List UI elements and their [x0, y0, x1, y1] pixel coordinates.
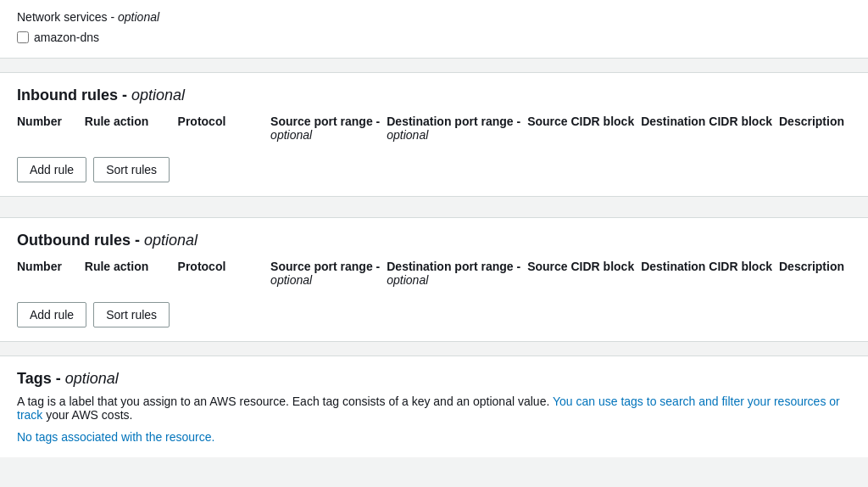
divider-1 — [0, 59, 868, 65]
tags-title: Tags - optional — [17, 370, 851, 388]
outbound-col-description: Description — [779, 260, 851, 290]
divider-2 — [0, 204, 868, 210]
outbound-col-source-port: Source port range - optional — [270, 260, 387, 290]
outbound-sort-rules-button[interactable]: Sort rules — [93, 302, 170, 327]
inbound-col-source-port: Source port range - optional — [270, 115, 387, 145]
outbound-rules-title: Outbound rules - optional — [17, 232, 851, 249]
outbound-rules-section: Outbound rules - optional Number Rule ac… — [0, 217, 868, 342]
tags-section: Tags - optional A tag is a label that yo… — [0, 355, 868, 457]
inbound-col-dest-cidr: Destination CIDR block — [641, 115, 779, 145]
tags-description: A tag is a label that you assign to an A… — [17, 395, 851, 422]
divider-3 — [0, 349, 868, 355]
amazon-dns-checkbox[interactable] — [17, 31, 29, 43]
outbound-col-dest-port: Destination port range - optional — [387, 260, 527, 290]
outbound-col-number: Number — [17, 260, 85, 290]
outbound-col-source-cidr: Source CIDR block — [527, 260, 641, 290]
inbound-col-action: Rule action — [85, 115, 178, 145]
inbound-col-description: Description — [779, 115, 851, 145]
no-tags-message: No tags associated with the resource. — [17, 430, 851, 444]
amazon-dns-label: amazon-dns — [34, 31, 99, 44]
inbound-col-protocol: Protocol — [178, 115, 271, 145]
inbound-add-rule-button[interactable]: Add rule — [17, 157, 86, 182]
outbound-col-action: Rule action — [85, 260, 178, 290]
amazon-dns-row: amazon-dns — [17, 31, 851, 44]
inbound-rules-title: Inbound rules - optional — [17, 87, 851, 104]
inbound-col-dest-port: Destination port range - optional — [387, 115, 527, 145]
outbound-col-dest-cidr: Destination CIDR block — [641, 260, 779, 290]
inbound-rules-section: Inbound rules - optional Number Rule act… — [0, 72, 868, 197]
outbound-rules-table: Number Rule action Protocol Source port … — [17, 260, 851, 290]
outbound-add-rule-button[interactable]: Add rule — [17, 302, 86, 327]
network-services-label: Network services - optional — [17, 10, 851, 24]
inbound-sort-rules-button[interactable]: Sort rules — [93, 157, 170, 182]
outbound-button-row: Add rule Sort rules — [17, 302, 851, 327]
network-services-section: Network services - optional amazon-dns — [0, 0, 868, 59]
inbound-rules-table: Number Rule action Protocol Source port … — [17, 115, 851, 145]
inbound-col-source-cidr: Source CIDR block — [527, 115, 641, 145]
outbound-col-protocol: Protocol — [178, 260, 271, 290]
inbound-button-row: Add rule Sort rules — [17, 157, 851, 182]
inbound-col-number: Number — [17, 115, 85, 145]
